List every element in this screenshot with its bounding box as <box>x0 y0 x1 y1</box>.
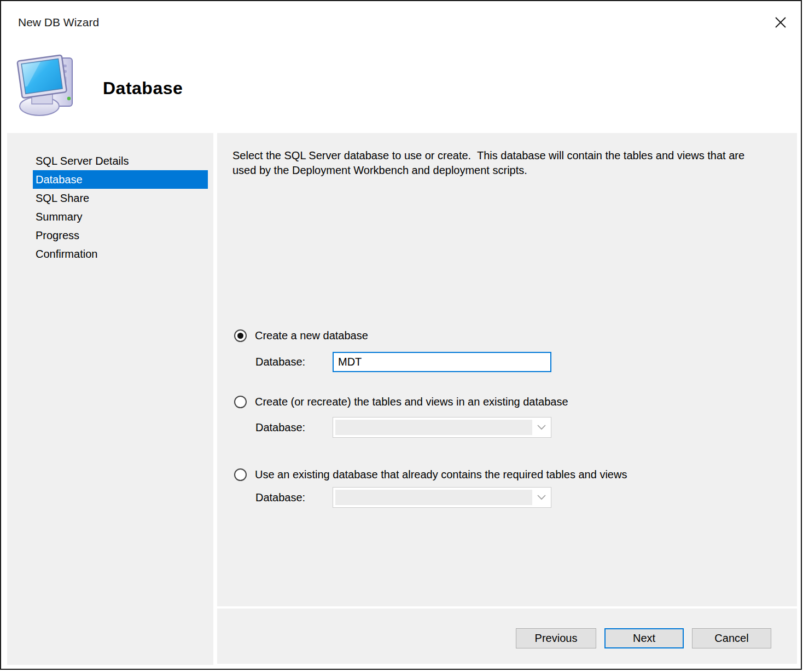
wizard-steps-sidebar: SQL Server Details Database SQL Share Su… <box>7 133 213 665</box>
use-existing-database-select[interactable] <box>333 487 551 508</box>
radio-use-existing-database[interactable] <box>234 468 247 481</box>
sidebar-item-summary[interactable]: Summary <box>33 207 208 226</box>
use-existing-database-field-row: Database: <box>255 487 551 508</box>
chevron-down-icon <box>537 424 546 431</box>
close-button[interactable] <box>770 12 791 33</box>
combo-fill <box>335 490 532 505</box>
new-database-field-row: Database: <box>255 351 551 372</box>
title-bar: New DB Wizard <box>1 1 801 44</box>
computer-icon <box>15 51 78 118</box>
option-label: Create (or recreate) the tables and view… <box>255 396 568 408</box>
window-title: New DB Wizard <box>18 16 99 29</box>
page-title: Database <box>103 78 183 99</box>
cancel-button[interactable]: Cancel <box>692 628 771 648</box>
database-field-label: Database: <box>255 356 333 368</box>
sidebar-item-progress[interactable]: Progress <box>33 226 208 245</box>
page-description: Select the SQL Server database to use or… <box>232 148 779 178</box>
wizard-content-panel: Select the SQL Server database to use or… <box>217 133 797 606</box>
wizard-footer: Previous Next Cancel <box>217 609 797 664</box>
combo-fill <box>335 420 532 435</box>
next-button[interactable]: Next <box>604 628 684 648</box>
radio-recreate-existing-database[interactable] <box>234 396 247 408</box>
chevron-down-icon <box>537 494 546 501</box>
option-use-existing-database: Use an existing database that already co… <box>234 467 627 482</box>
radio-create-new-database[interactable] <box>234 329 247 342</box>
new-db-wizard-window: New DB Wizard <box>0 0 802 670</box>
option-label: Create a new database <box>255 329 368 342</box>
sidebar-item-database[interactable]: Database <box>33 170 208 189</box>
sidebar-item-sql-share[interactable]: SQL Share <box>33 189 208 207</box>
option-recreate-existing-database: Create (or recreate) the tables and view… <box>234 395 568 409</box>
option-label: Use an existing database that already co… <box>255 468 627 481</box>
database-field-label: Database: <box>255 491 333 504</box>
new-database-name-input[interactable] <box>333 352 551 372</box>
recreate-database-select[interactable] <box>333 417 551 438</box>
sidebar-item-sql-server-details[interactable]: SQL Server Details <box>33 152 208 170</box>
previous-button[interactable]: Previous <box>516 628 596 648</box>
recreate-database-field-row: Database: <box>255 417 551 438</box>
close-icon <box>773 15 788 30</box>
sidebar-item-confirmation[interactable]: Confirmation <box>33 245 208 263</box>
database-field-label: Database: <box>255 421 333 434</box>
option-create-new-database: Create a new database <box>234 328 368 343</box>
